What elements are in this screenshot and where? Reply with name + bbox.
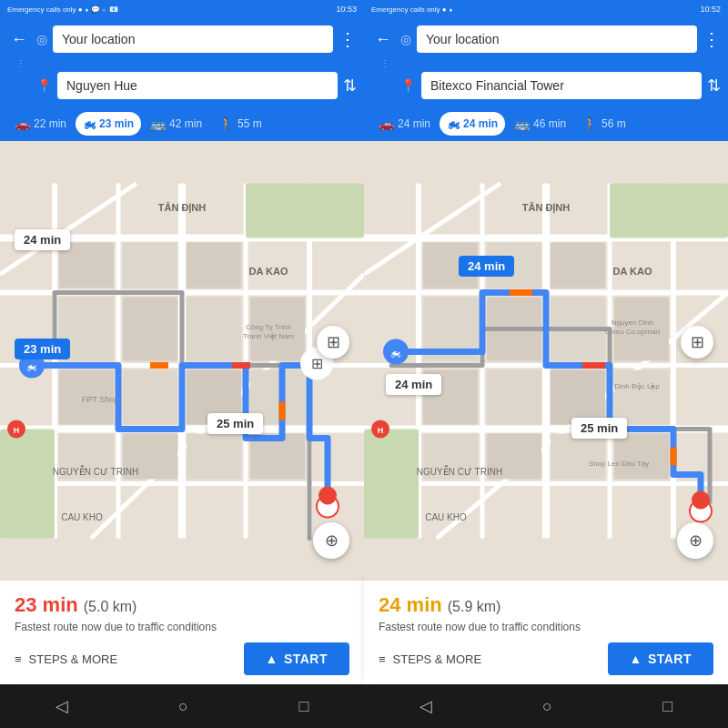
svg-text:DA KAO: DA KAO	[613, 266, 652, 277]
svg-text:NGUYỄN CƯ TRINH: NGUYỄN CƯ TRINH	[53, 465, 138, 477]
transit-icon-left: 🚌	[150, 116, 166, 131]
svg-rect-15	[187, 243, 241, 288]
tab-walk-label-left: 55 m	[238, 117, 262, 130]
svg-text:⊞: ⊞	[311, 356, 323, 371]
tab-walk-right[interactable]: 🚶 56 m	[575, 112, 633, 136]
recent-nav-button[interactable]: □	[280, 690, 327, 723]
svg-rect-21	[123, 370, 177, 425]
transport-tabs-right: 🚗 24 min 🏍 24 min 🚌 46 min 🚶 56 m	[364, 108, 728, 141]
route-time-right: 24 min	[379, 593, 442, 617]
nav-row-divider-right: ⋮	[371, 58, 721, 68]
route-note-right: Fastest route now due to traffic conditi…	[379, 621, 713, 633]
bottom-panel-left: 23 min (5.0 km) Fastest route now due to…	[0, 581, 364, 684]
start-label-left: START	[284, 652, 328, 666]
home-nav-button-2[interactable]: ○	[524, 690, 571, 723]
tab-transit-label-right: 46 min	[533, 117, 566, 130]
steps-button-left[interactable]: ≡ STEPS & MORE	[15, 652, 117, 666]
route-summary-left: 23 min (5.0 km)	[15, 593, 349, 617]
bike-icon-right: 🏍	[447, 116, 460, 131]
start-button-right[interactable]: ▲ START	[608, 642, 713, 675]
nav-header-right: ← ◎ ⋮ ⋮ 📍 ⇅	[364, 18, 728, 108]
location-button-left[interactable]: ⊕	[313, 522, 349, 559]
status-emergency-left: Emergency calls only ● ⬧ 💬 ⬦ 📧	[7, 5, 118, 14]
svg-text:Shop Len Dâu Tây: Shop Len Dâu Tây	[589, 460, 650, 468]
tab-bike-right[interactable]: 🏍 24 min	[440, 112, 505, 136]
to-input-right[interactable]	[421, 72, 702, 99]
car-icon-right: 🚗	[379, 116, 394, 131]
status-emergency-right: Emergency calls only ● ⬧	[371, 5, 453, 14]
svg-text:Dinh Độc Lập: Dinh Độc Lập	[614, 382, 660, 390]
svg-text:DA KAO: DA KAO	[249, 266, 288, 277]
time-badge-25-right: 25 min	[571, 418, 627, 439]
tab-car-right[interactable]: 🚗 24 min	[371, 112, 438, 136]
tab-bike-label-left: 23 min	[99, 117, 134, 130]
layers-button-right[interactable]: ⊞	[681, 326, 713, 359]
from-input-container-right	[417, 25, 697, 53]
swap-button-left[interactable]: ⇅	[343, 76, 357, 96]
location-dot-icon-right: ◎	[400, 32, 411, 46]
location-button-right[interactable]: ⊕	[677, 522, 713, 559]
swap-button-right[interactable]: ⇅	[707, 76, 721, 96]
svg-text:TÂN ĐỊNH: TÂN ĐỊNH	[522, 202, 571, 214]
status-time-right: 10:52	[700, 5, 721, 14]
from-input-container-left	[53, 25, 333, 53]
route-time-left: 23 min	[15, 593, 78, 617]
svg-text:Chieu Co.opmart: Chieu Co.opmart	[605, 328, 661, 336]
start-label-right: START	[648, 652, 692, 666]
time-badge-25-left: 25 min	[207, 413, 263, 434]
svg-rect-26	[187, 434, 241, 480]
nav-row-from-right: ← ◎ ⋮	[371, 25, 721, 53]
to-input-left[interactable]	[57, 72, 338, 99]
location-dot-icon-left: ◎	[36, 32, 47, 46]
tab-transit-left[interactable]: 🚌 42 min	[143, 112, 209, 136]
transport-tabs-left: 🚗 22 min 🏍 23 min 🚌 42 min 🚶 55 m	[0, 108, 364, 141]
svg-rect-75	[614, 434, 669, 480]
route-note-left: Fastest route now due to traffic conditi…	[15, 621, 349, 633]
steps-label-right: STEPS & MORE	[393, 652, 482, 666]
recent-nav-button-2[interactable]: □	[644, 690, 691, 723]
tab-transit-right[interactable]: 🚌 46 min	[507, 112, 573, 136]
steps-button-right[interactable]: ≡ STEPS & MORE	[379, 652, 481, 666]
svg-rect-14	[123, 243, 177, 288]
nav-row-to-left: 📍 ⇅	[7, 72, 357, 99]
nav-row-to-right: 📍 ⇅	[371, 72, 721, 99]
svg-rect-28	[246, 184, 364, 238]
dots-divider-right: ⋮	[379, 58, 391, 68]
time-badge-23-left: 23 min	[15, 339, 70, 359]
tab-car-left[interactable]: 🚗 22 min	[7, 112, 74, 136]
back-nav-button-2[interactable]: ◁	[401, 689, 450, 723]
svg-rect-63	[551, 243, 605, 288]
back-button-left[interactable]: ←	[7, 26, 31, 53]
home-nav-button[interactable]: ○	[160, 690, 207, 723]
hamburger-icon-right: ≡	[379, 652, 386, 666]
to-input-container-right	[421, 72, 702, 99]
time-badge-24-blue-right: 24 min	[459, 256, 514, 277]
map-area-left[interactable]: 🏍 TÂN ĐỊNH DA KAO NGUYỄN CƯ TRINH CAU KH…	[0, 141, 364, 581]
svg-text:CAU KHO: CAU KHO	[61, 512, 103, 522]
route-summary-right: 24 min (5.9 km)	[379, 593, 713, 617]
car-icon-left: 🚗	[15, 116, 30, 131]
bottom-panel-right: 24 min (5.9 km) Fastest route now due to…	[364, 581, 728, 684]
back-nav-button[interactable]: ◁	[37, 689, 86, 723]
tab-bike-left[interactable]: 🏍 23 min	[76, 112, 141, 136]
tab-walk-left[interactable]: 🚶 55 m	[211, 112, 269, 136]
more-options-left[interactable]: ⋮	[339, 28, 357, 50]
bottom-actions-left: ≡ STEPS & MORE ▲ START	[15, 642, 349, 675]
map-area-right[interactable]: 🏍 TÂN ĐỊNH DA KAO NGUYỄN CƯ TRINH CAU KH…	[364, 141, 728, 581]
svg-rect-76	[610, 184, 728, 238]
status-bar-right: Emergency calls only ● ⬧ 10:52	[364, 0, 728, 18]
start-button-left[interactable]: ▲ START	[244, 642, 349, 675]
tab-walk-label-right: 56 m	[602, 117, 626, 130]
tab-transit-label-left: 42 min	[169, 117, 202, 130]
svg-text:NGUYỄN CƯ TRINH: NGUYỄN CƯ TRINH	[417, 465, 502, 477]
layers-button-left[interactable]: ⊞	[317, 326, 349, 359]
from-input-right[interactable]	[417, 25, 697, 53]
bottom-nav-bar: ◁ ○ □ ◁ ○ □	[0, 684, 728, 728]
back-button-right[interactable]: ←	[371, 26, 395, 53]
more-options-right[interactable]: ⋮	[703, 28, 721, 50]
steps-label-left: STEPS & MORE	[29, 652, 118, 666]
dots-divider-left: ⋮	[15, 58, 27, 68]
from-input-left[interactable]	[53, 25, 333, 53]
svg-text:H: H	[378, 426, 384, 435]
navigation-icon-left: ▲	[266, 652, 278, 666]
